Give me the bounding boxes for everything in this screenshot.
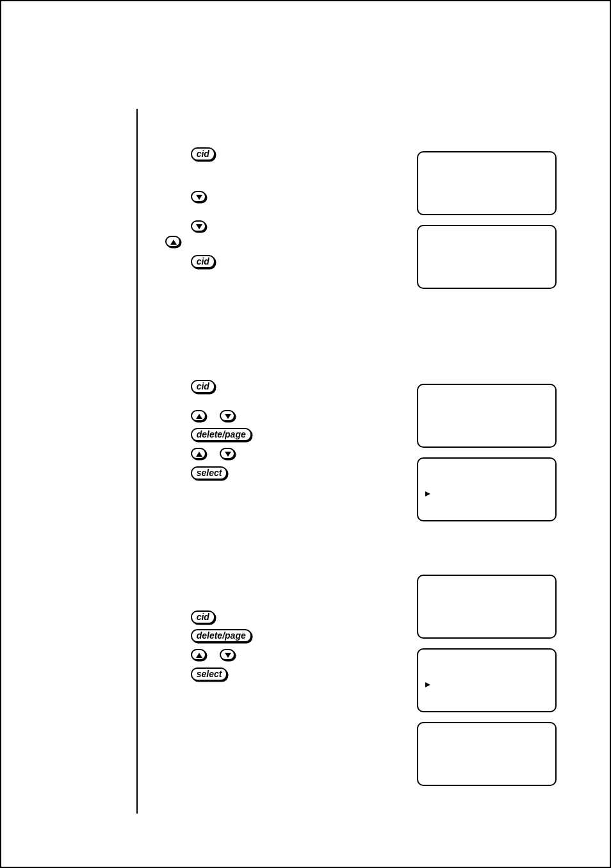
- step-a2: 2. Press to view the last call received.: [149, 190, 331, 202]
- svg-marker-10: [425, 682, 430, 687]
- step-b3: 3. Press delete/page.: [149, 427, 254, 441]
- step-a1: 1. Press cid. The summary screen shows t…: [149, 147, 357, 161]
- step-c4: 4. Press select. All records are deleted…: [149, 667, 366, 681]
- page-number: 29: [551, 829, 562, 840]
- step-a1-cont: number of new calls and total calls.: [165, 161, 314, 174]
- down-arrow-button[interactable]: [220, 410, 235, 422]
- down-arrow-button[interactable]: [191, 220, 206, 232]
- down-arrow-button[interactable]: [191, 191, 206, 202]
- page-subtitle: Caller ID with Call Waiting Operation: [51, 72, 562, 86]
- lcd-screen: 555-123410:30PM ID:M.JONES 2/14 NEW2: [417, 225, 557, 289]
- step-a4: 4. Press cid or wait about 20 seconds to…: [149, 254, 354, 268]
- lcd-screen: Delete Caller ID Record? Yes No: [417, 457, 557, 521]
- svg-marker-0: [196, 195, 202, 200]
- cid-button[interactable]: cid: [191, 380, 215, 393]
- svg-marker-1: [196, 224, 202, 229]
- step-a3-cont: to scroll from first to last.: [165, 234, 288, 247]
- lcd-screen: 555-123410:30PM ID:M.JONES 2/14 NEW2: [417, 384, 557, 448]
- lcd-screen: No Data 1: [417, 722, 557, 786]
- step-a3: 3. Press to scroll from last to first or…: [149, 219, 348, 232]
- step-c3: 3. Press or to select Yes or No.: [149, 648, 321, 660]
- svg-marker-8: [196, 653, 202, 658]
- up-arrow-button[interactable]: [165, 236, 181, 247]
- divider-line: [136, 109, 138, 814]
- up-arrow-button[interactable]: [191, 410, 206, 422]
- svg-marker-3: [196, 414, 202, 419]
- svg-marker-2: [170, 240, 177, 245]
- step-a4-cont: reviewing.: [165, 268, 209, 281]
- up-arrow-button[interactable]: [191, 448, 206, 459]
- step-c4-cont: Caller ID list.: [165, 681, 220, 694]
- step-b5-cont: ID list.: [165, 480, 192, 493]
- svg-marker-6: [225, 452, 231, 457]
- lcd-screen: NEW:0210:30PM TOTAL:03 2/14 1: [417, 151, 557, 215]
- side-section-label: BASIC OPERATION: [33, 463, 47, 579]
- lcd-screen: Delete All Caller ID Data? Yes No: [417, 648, 557, 712]
- step-c1: 1. Press cid.: [149, 610, 218, 624]
- page-title: Caller ID: [51, 41, 562, 70]
- step-c2: 2. Press delete/page when the summary sc…: [149, 628, 407, 643]
- section-title-deleting-all: Deleting All Caller ID Records: [149, 551, 311, 564]
- section-title-reviewing: Reviewing Caller ID Records: [149, 126, 306, 140]
- svg-marker-9: [225, 653, 231, 658]
- delete-page-button[interactable]: delete/page: [191, 629, 252, 643]
- cid-button[interactable]: cid: [191, 255, 215, 268]
- down-arrow-button[interactable]: [220, 649, 235, 660]
- delete-page-button[interactable]: delete/page: [191, 428, 252, 441]
- step-b5: 5. Press select. The record is deleted f…: [149, 466, 389, 480]
- select-button[interactable]: select: [191, 466, 228, 480]
- svg-marker-4: [225, 414, 231, 419]
- step-b1: 1. Press cid.: [149, 379, 218, 393]
- svg-marker-7: [425, 491, 430, 496]
- up-arrow-button[interactable]: [191, 649, 206, 660]
- section-body-text: Deleting all records at once erases all …: [149, 569, 393, 607]
- svg-marker-5: [196, 452, 202, 457]
- select-button[interactable]: select: [191, 667, 228, 681]
- down-arrow-button[interactable]: [220, 448, 235, 459]
- section-title-deleting-one: Deleting a Caller ID Record: [149, 359, 297, 372]
- lcd-screen: NEW:0210:30PM TOTAL:03 2/14 1: [417, 575, 557, 639]
- cid-button[interactable]: cid: [191, 147, 215, 161]
- cid-button[interactable]: cid: [191, 610, 215, 624]
- step-b4: 4. Press or to select Yes or No.: [149, 446, 321, 459]
- step-b2: 2. Press or to display the desired recor…: [149, 409, 361, 422]
